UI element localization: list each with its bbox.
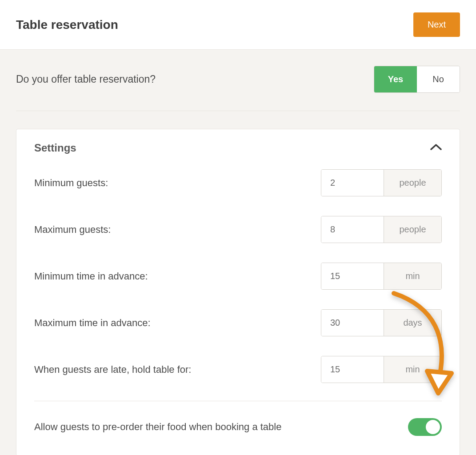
min-guests-row: Minimum guests: people <box>34 160 442 206</box>
settings-header[interactable]: Settings <box>16 129 460 160</box>
settings-body: Minimum guests: people Maximum guests: p… <box>16 160 460 455</box>
preorder-row: Allow guests to pre-order their food whe… <box>34 409 442 443</box>
preorder-toggle[interactable] <box>408 418 442 436</box>
min-advance-row: Minimum time in advance: min <box>34 253 442 299</box>
max-guests-unit: people <box>384 216 441 243</box>
reservation-question-text: Do you offer table reservation? <box>16 73 156 85</box>
toggle-knob <box>426 420 440 434</box>
settings-card: Settings Minimum guests: people Maximum … <box>16 129 460 455</box>
hold-table-label: When guests are late, hold table for: <box>34 364 191 375</box>
min-advance-input-group: min <box>321 263 442 290</box>
page-title: Table reservation <box>16 18 118 32</box>
max-guests-input-group: people <box>321 216 442 243</box>
preorder-label: Allow guests to pre-order their food whe… <box>34 421 281 433</box>
page-content: Do you offer table reservation? Yes No S… <box>0 50 476 455</box>
yes-no-toggle-group: Yes No <box>374 66 460 93</box>
min-guests-input[interactable] <box>321 170 384 196</box>
min-advance-input[interactable] <box>321 263 384 289</box>
min-guests-unit: people <box>384 170 441 196</box>
min-advance-label: Minimum time in advance: <box>34 271 148 282</box>
page-header: Table reservation Next <box>0 0 476 50</box>
settings-title: Settings <box>34 142 76 154</box>
min-advance-unit: min <box>384 263 441 289</box>
hold-table-row: When guests are late, hold table for: mi… <box>34 346 442 393</box>
max-guests-input[interactable] <box>321 216 384 243</box>
max-guests-label: Maximum guests: <box>34 224 111 235</box>
max-advance-input-group: days <box>321 309 442 336</box>
min-guests-label: Minimum guests: <box>34 177 108 189</box>
hold-table-unit: min <box>384 356 441 383</box>
max-guests-row: Maximum guests: people <box>34 206 442 253</box>
settings-divider <box>34 401 442 401</box>
max-advance-row: Maximum time in advance: days <box>34 299 442 346</box>
hold-table-input[interactable] <box>321 356 384 383</box>
max-advance-label: Maximum time in advance: <box>34 317 151 329</box>
reservation-question-row: Do you offer table reservation? Yes No <box>16 66 460 111</box>
max-advance-input[interactable] <box>321 310 384 336</box>
min-guests-input-group: people <box>321 169 442 196</box>
chevron-up-icon <box>430 144 442 152</box>
yes-button[interactable]: Yes <box>374 66 417 92</box>
next-button[interactable]: Next <box>413 12 460 37</box>
hold-table-input-group: min <box>321 356 442 383</box>
max-advance-unit: days <box>384 310 441 336</box>
no-button[interactable]: No <box>417 66 460 92</box>
